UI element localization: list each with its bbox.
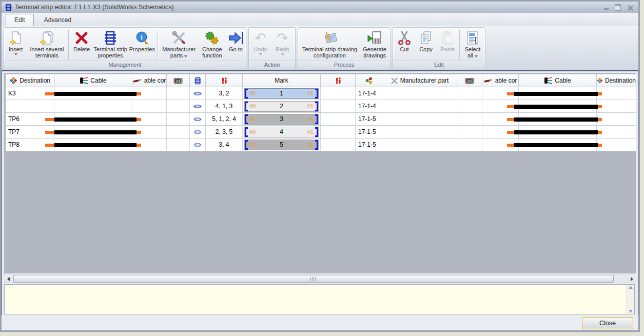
horizontal-scrollbar[interactable] bbox=[4, 274, 636, 283]
generate-drawings-button[interactable]: Generate drawings bbox=[361, 29, 388, 61]
terminal-cell bbox=[190, 100, 206, 112]
table-row[interactable]: TP8 3, 4 #05#1 17-1-5 bbox=[6, 139, 636, 151]
tab-edit[interactable]: Edit bbox=[6, 14, 34, 26]
group-management: Insert Insert several terminals Delete bbox=[4, 27, 246, 69]
bridges-right-cell bbox=[321, 100, 356, 112]
header-cable-left: Cable bbox=[54, 74, 132, 87]
scroll-left-button[interactable] bbox=[4, 275, 12, 283]
table-row[interactable]: 4, 1, 3 #02#1 17-1-4 bbox=[6, 100, 636, 113]
mark-value: 4 bbox=[256, 128, 307, 135]
delete-button[interactable]: Delete bbox=[70, 29, 93, 61]
function-icon bbox=[365, 76, 373, 85]
toolbar-separator bbox=[68, 30, 69, 60]
change-function-icon bbox=[204, 30, 220, 46]
dropdown-arrow-icon bbox=[14, 53, 17, 55]
cut-icon bbox=[397, 30, 412, 46]
cut-button[interactable]: Cut bbox=[394, 29, 415, 61]
group-process: Terminal strip drawing configuration Gen… bbox=[298, 27, 391, 69]
undo-button[interactable]: ↶ Undo bbox=[249, 29, 271, 61]
cable-bar bbox=[45, 87, 141, 100]
mark-field[interactable]: #01#1 bbox=[244, 88, 319, 99]
message-vertical-scrollbar[interactable] bbox=[627, 285, 634, 314]
function-cell[interactable]: 17-1-4 bbox=[356, 100, 382, 112]
manufacturer-part-cell bbox=[382, 126, 457, 138]
grip-icon bbox=[310, 277, 317, 281]
terminal-cell bbox=[190, 139, 206, 151]
header-cable-core-right: able cor bbox=[482, 74, 519, 87]
counter-icon: 023 bbox=[465, 77, 474, 85]
counter-right-cell bbox=[457, 87, 482, 100]
mark-field[interactable]: #05#1 bbox=[244, 140, 319, 150]
mark-cell: #03#1 bbox=[243, 113, 321, 125]
go-to-button[interactable]: Go to bbox=[226, 29, 245, 61]
bridges-cell[interactable]: 4, 1, 3 bbox=[206, 100, 243, 112]
terminal-icon bbox=[193, 91, 202, 96]
go-to-icon bbox=[228, 30, 243, 46]
bridge-icon bbox=[334, 77, 342, 85]
mark-suffix: #1 bbox=[307, 116, 314, 122]
mark-prefix: #0 bbox=[249, 129, 256, 135]
function-cell[interactable]: 17-1-5 bbox=[356, 113, 382, 125]
header-cable-right: Cable bbox=[519, 74, 597, 87]
arrow-up-icon bbox=[629, 286, 633, 289]
insert-button[interactable]: Insert bbox=[5, 29, 27, 61]
bridges-cell[interactable]: 5, 1, 2, 4 bbox=[206, 113, 243, 125]
close-window-button[interactable] bbox=[626, 4, 633, 10]
select-all-button[interactable]: Select all bbox=[461, 29, 484, 61]
counter-cell bbox=[167, 139, 190, 151]
destination-cell[interactable] bbox=[6, 100, 54, 112]
window-title: Terminal strip editor: F1 L1 X3 (SolidWo… bbox=[15, 4, 174, 11]
insert-several-terminals-label: Insert several terminals bbox=[27, 46, 67, 58]
group-label-edit: Edit bbox=[393, 61, 485, 69]
copy-label: Copy bbox=[419, 46, 433, 52]
titlebar[interactable]: Terminal strip editor: F1 L1 X3 (SolidWo… bbox=[2, 2, 638, 13]
right-bracket-icon bbox=[315, 127, 318, 137]
properties-button[interactable]: i Properties bbox=[127, 29, 157, 61]
insert-several-terminals-button[interactable]: Insert several terminals bbox=[27, 29, 67, 61]
maximize-button[interactable] bbox=[614, 4, 621, 10]
scroll-right-button[interactable] bbox=[628, 275, 636, 283]
manufacturer-parts-label: Manufacturer parts bbox=[160, 46, 198, 58]
bridges-cell[interactable]: 3, 4 bbox=[206, 139, 243, 151]
redo-button[interactable]: ↷ Redo bbox=[271, 29, 294, 61]
mark-field[interactable]: #02#1 bbox=[244, 101, 319, 112]
header-manufacturer-part: Manufacturer part bbox=[382, 74, 457, 87]
left-bracket-icon bbox=[245, 114, 248, 124]
paste-button[interactable]: Paste bbox=[437, 29, 458, 61]
minimize-button[interactable] bbox=[602, 4, 610, 10]
manufacturer-parts-button[interactable]: Manufacturer parts bbox=[160, 29, 198, 61]
table-row[interactable]: K3 3, 2 #01#1 17-1-4 bbox=[6, 87, 636, 100]
tab-advanced[interactable]: Advanced bbox=[34, 14, 82, 26]
properties-label: Properties bbox=[129, 46, 155, 52]
redo-label: Redo bbox=[276, 46, 289, 52]
paste-icon bbox=[440, 30, 455, 46]
mark-field[interactable]: #04#1 bbox=[244, 127, 319, 137]
destination-icon bbox=[9, 76, 17, 85]
bridges-cell[interactable]: 3, 2 bbox=[206, 87, 243, 100]
terminal-strip-properties-button[interactable]: Terminal strip properties bbox=[93, 29, 128, 61]
function-cell[interactable]: 17-1-5 bbox=[356, 126, 382, 138]
change-function-button[interactable]: Change function bbox=[198, 29, 226, 61]
function-cell[interactable]: 17-1-5 bbox=[356, 139, 382, 151]
header-mark: Mark bbox=[243, 74, 321, 87]
cut-label: Cut bbox=[400, 46, 408, 52]
svg-text:023: 023 bbox=[467, 80, 472, 82]
hscroll-thumb[interactable] bbox=[13, 275, 614, 283]
table-row[interactable]: TP6 5, 1, 2, 4 #03#1 17-1-5 bbox=[6, 113, 636, 126]
mark-field[interactable]: #03#1 bbox=[244, 114, 319, 125]
close-button[interactable]: Close bbox=[582, 317, 633, 329]
copy-button[interactable]: Copy bbox=[415, 29, 437, 61]
function-cell[interactable]: 17-1-4 bbox=[356, 87, 382, 100]
message-area[interactable] bbox=[5, 285, 627, 314]
toolbar-separator bbox=[158, 30, 159, 60]
group-label-process: Process bbox=[298, 61, 390, 69]
ribbon-tabbar: Edit Advanced bbox=[2, 13, 638, 26]
header-destination-left: Destination bbox=[6, 74, 54, 87]
table-row[interactable]: TP7 2, 3, 5 #04#1 17-1-5 bbox=[6, 126, 636, 139]
bridges-cell[interactable]: 2, 3, 5 bbox=[206, 126, 243, 138]
bridge-icon bbox=[220, 77, 228, 85]
terminal-strip-drawing-configuration-button[interactable]: Terminal strip drawing configuration bbox=[299, 29, 361, 61]
header-cable-core-left: able cor bbox=[132, 74, 167, 87]
mark-cell: #05#1 bbox=[243, 139, 321, 151]
destination-right-cell bbox=[597, 100, 636, 112]
